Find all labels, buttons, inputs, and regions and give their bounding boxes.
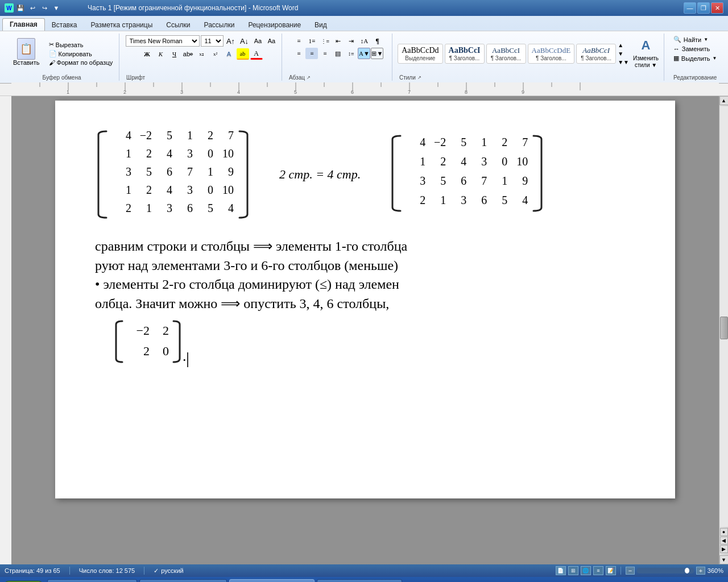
minimize-button[interactable]: — bbox=[684, 2, 696, 14]
tab-rassylki[interactable]: Рассылки bbox=[197, 19, 242, 31]
font-size-select[interactable]: 11 bbox=[201, 35, 224, 47]
full-screen-btn[interactable]: ⊞ bbox=[568, 566, 578, 575]
style-heading2[interactable]: AaBbCcI ¶ Заголов... bbox=[486, 44, 526, 64]
styles-group-label-text: Стили bbox=[399, 74, 416, 81]
tab-ssylki[interactable]: Ссылки bbox=[159, 19, 197, 31]
outline-view-btn[interactable]: ≡ bbox=[593, 566, 603, 575]
format-paint-button[interactable]: 🖌 Формат по образцу bbox=[47, 59, 115, 66]
scroll-thumb[interactable] bbox=[720, 317, 728, 339]
scroll-down-btn[interactable]: ▼ bbox=[719, 555, 729, 564]
change-case-btn[interactable]: Aa bbox=[266, 35, 278, 47]
m1-r3c2: 4 bbox=[153, 184, 172, 201]
matrices-row: 4 −2 5 1 2 7 1 2 4 3 0 10 3 5 6 bbox=[95, 129, 635, 220]
find-btn[interactable]: 🔍 Найти ▼ bbox=[671, 35, 710, 44]
decrease-indent-btn[interactable]: ⇤ bbox=[332, 35, 344, 47]
redo-quick-btn[interactable]: ↪ bbox=[39, 3, 49, 13]
taskbar-word1[interactable]: W Часть 1 [Режим огра... bbox=[229, 579, 315, 582]
close-button[interactable]: ✕ bbox=[711, 2, 723, 14]
scroll-up-btn[interactable]: ▲ bbox=[719, 96, 729, 105]
copy-button[interactable]: 📄 Копировать bbox=[47, 49, 115, 58]
cut-button[interactable]: ✂ Вырезать bbox=[47, 40, 115, 49]
underline-btn[interactable]: Ч bbox=[168, 48, 181, 60]
web-view-btn[interactable]: 🌐 bbox=[581, 566, 591, 575]
prev-page-btn[interactable]: ◀ bbox=[720, 537, 728, 544]
tab-recenzirovanie[interactable]: Рецензирование bbox=[241, 19, 308, 31]
style-heading1[interactable]: AaBbCcI ¶ Заголов... bbox=[445, 44, 485, 64]
title-text: Часть 1 [Режим ограниченной функциональн… bbox=[88, 4, 298, 12]
font-name-select[interactable]: Times New Roman bbox=[126, 35, 200, 47]
select-browse-btn[interactable]: ● bbox=[720, 528, 728, 536]
increase-indent-btn[interactable]: ⇥ bbox=[345, 35, 357, 47]
eq-word-str: стр. bbox=[289, 167, 313, 181]
m2-r0c4: 2 bbox=[488, 136, 507, 155]
taskbar-firefox[interactable]: 🦊 Яндекс - Mozilla Firefox bbox=[47, 579, 137, 582]
select-btn[interactable]: ▦ Выделить ▼ bbox=[671, 54, 719, 63]
change-styles-btn[interactable]: A Изменитьстили ▼ bbox=[631, 36, 661, 71]
lang-status[interactable]: ✓ русский bbox=[154, 567, 183, 575]
align-right-btn[interactable]: ≡ bbox=[318, 48, 331, 59]
styles-expand-icon[interactable]: ↗ bbox=[417, 75, 421, 80]
next-page-btn[interactable]: ▶ bbox=[720, 545, 728, 553]
justify-btn[interactable]: ▤ bbox=[332, 48, 344, 59]
taskbar-folder[interactable]: 📁 Пантелеев Соловьева bbox=[139, 579, 227, 582]
styles-scroll-btns: ▲ ▼ ▼▼ bbox=[618, 42, 629, 65]
shrink-font-btn[interactable]: A↓ bbox=[238, 35, 251, 47]
line-spacing-btn[interactable]: ↕≡ bbox=[345, 48, 357, 59]
style-heading3[interactable]: AaBbCcDdE ¶ Заголов... bbox=[528, 44, 575, 64]
para-row-1: ≡ 1≡ ⋮≡ ⇤ ⇥ ↕A ¶ bbox=[292, 35, 383, 47]
copy-icon: 📄 bbox=[49, 50, 57, 57]
styles-scroll-down[interactable]: ▼ bbox=[618, 51, 629, 57]
styles-expand-btn[interactable]: ▼▼ bbox=[618, 59, 629, 65]
document-scroll-area[interactable]: 4 −2 5 1 2 7 1 2 4 3 0 10 3 5 6 bbox=[11, 96, 719, 564]
sort-btn[interactable]: ↕A bbox=[358, 35, 370, 47]
tab-glavnaya[interactable]: Главная bbox=[2, 18, 45, 31]
select-dropdown[interactable]: ▼ bbox=[713, 56, 717, 61]
print-view-btn[interactable]: 📄 bbox=[556, 566, 566, 575]
matrix2-wrapper: 4 −2 5 1 2 7 1 2 4 3 0 10 3 5 6 bbox=[389, 134, 545, 216]
show-marks-btn[interactable]: ¶ bbox=[371, 35, 383, 47]
styles-group-content: AaBbCcDd Выделение AaBbCcI ¶ Заголов... … bbox=[398, 34, 661, 73]
shading-btn[interactable]: A▼ bbox=[358, 48, 370, 59]
numbering-btn[interactable]: 1≡ bbox=[305, 35, 318, 47]
zoom-out-btn[interactable]: − bbox=[626, 567, 635, 575]
replace-btn[interactable]: ↔ Заменить bbox=[671, 45, 712, 53]
vertical-scrollbar[interactable]: ▲ ● ◀ ▶ ▼ bbox=[719, 96, 728, 564]
align-left-btn[interactable]: ≡ bbox=[292, 48, 305, 59]
styles-scroll-up[interactable]: ▲ bbox=[618, 42, 629, 48]
ruler-body: 1 2 3 4 5 6 7 8 9 bbox=[11, 82, 719, 97]
italic-btn[interactable]: К bbox=[155, 48, 167, 60]
strikethrough-btn[interactable]: abe bbox=[182, 48, 195, 60]
style-normal[interactable]: AaBbCcDd Выделение bbox=[398, 44, 442, 64]
tab-razmetka[interactable]: Разметка страницы bbox=[84, 19, 159, 31]
style-heading4[interactable]: AaBbCcI ¶ Заголов... bbox=[576, 44, 616, 64]
clipboard-label: Буфер обмена bbox=[9, 74, 114, 81]
zoom-slider[interactable] bbox=[637, 568, 694, 573]
style-h2-preview: AaBbCcI bbox=[492, 46, 520, 55]
find-dropdown[interactable]: ▼ bbox=[704, 37, 708, 42]
grow-font-btn[interactable]: A↑ bbox=[225, 35, 237, 47]
tab-vstavka[interactable]: Вставка bbox=[45, 19, 84, 31]
para-expand-icon[interactable]: ↗ bbox=[307, 75, 311, 80]
dropdown-quick-btn[interactable]: ▼ bbox=[51, 3, 61, 13]
multilevel-btn[interactable]: ⋮≡ bbox=[318, 35, 331, 47]
superscript-btn[interactable]: x² bbox=[209, 48, 222, 60]
eq-word-str2: стр. bbox=[337, 167, 361, 181]
highlight-btn[interactable]: ab bbox=[237, 48, 249, 60]
draft-view-btn[interactable]: 📝 bbox=[606, 566, 616, 575]
text-effects-btn[interactable]: A bbox=[223, 48, 235, 60]
restore-button[interactable]: ❐ bbox=[697, 2, 710, 14]
font-color-btn[interactable]: A bbox=[250, 48, 263, 60]
undo-quick-btn[interactable]: ↩ bbox=[27, 3, 38, 13]
zoom-in-btn[interactable]: + bbox=[696, 567, 705, 575]
save-quick-btn[interactable]: 💾 bbox=[15, 3, 26, 13]
clear-format-btn[interactable]: Aa bbox=[252, 35, 264, 47]
taskbar-word5[interactable]: W Часть 5 [Режим огра... bbox=[317, 579, 402, 582]
bold-btn[interactable]: Ж bbox=[141, 48, 154, 60]
scroll-track[interactable] bbox=[720, 106, 728, 527]
paste-button[interactable]: Вставить bbox=[9, 38, 44, 69]
align-center-btn[interactable]: ≡ bbox=[305, 48, 318, 59]
tab-vid[interactable]: Вид bbox=[308, 19, 334, 31]
borders-btn[interactable]: ⊞▼ bbox=[371, 48, 383, 59]
subscript-btn[interactable]: x₂ bbox=[196, 48, 208, 60]
bullets-btn[interactable]: ≡ bbox=[292, 35, 305, 47]
